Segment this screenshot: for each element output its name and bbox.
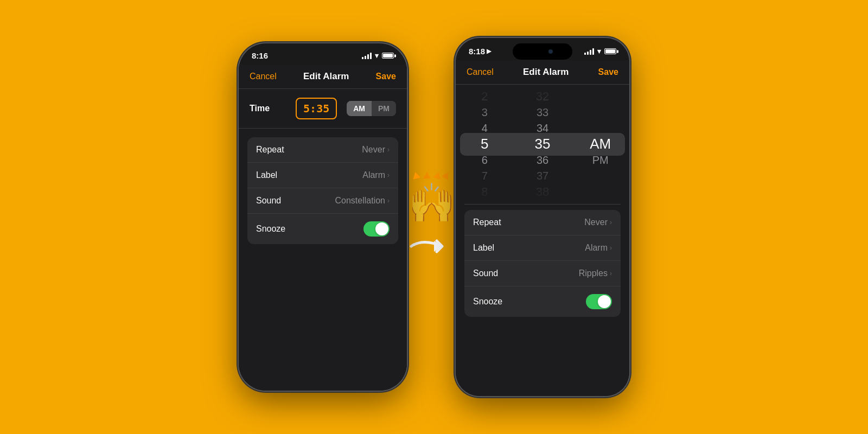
left-repeat-label: Repeat bbox=[256, 145, 284, 155]
left-time-label: Time bbox=[250, 104, 296, 113]
picker-period-column[interactable]: AM PM bbox=[571, 89, 629, 200]
picker-period-am[interactable]: AM bbox=[571, 136, 629, 152]
left-label-chevron: › bbox=[387, 171, 390, 179]
picker-min-32: 32 bbox=[514, 89, 572, 105]
left-label-value: Alarm › bbox=[362, 170, 390, 180]
right-cancel-button[interactable]: Cancel bbox=[467, 67, 494, 77]
emoji-hands: 🙌 bbox=[408, 184, 455, 222]
bar3 bbox=[367, 54, 369, 59]
picker-min-35[interactable]: 35 bbox=[514, 136, 572, 152]
right-label-chevron: › bbox=[610, 244, 612, 252]
right-settings-section: Repeat Never › Label Alarm › Sound Rippl… bbox=[464, 210, 621, 317]
left-sound-row[interactable]: Sound Constellation › bbox=[247, 188, 398, 214]
picker-hour-4: 4 bbox=[456, 120, 514, 136]
left-pm-button[interactable]: PM bbox=[372, 101, 396, 116]
right-sound-value: Ripples › bbox=[579, 269, 612, 278]
left-settings-section: Repeat Never › Label Alarm › Sound Const… bbox=[247, 137, 398, 244]
left-snooze-label: Snooze bbox=[256, 224, 285, 234]
r-bar3 bbox=[590, 50, 591, 55]
tri-right bbox=[433, 171, 443, 179]
right-battery-fill bbox=[605, 49, 615, 53]
time-scroll-picker[interactable]: 2 3 4 5 6 7 8 32 33 34 35 36 37 38 bbox=[456, 85, 629, 204]
arrow-container bbox=[407, 233, 456, 262]
left-am-button[interactable]: AM bbox=[347, 101, 372, 116]
picker-min-38: 38 bbox=[514, 184, 572, 200]
right-label-label: Label bbox=[473, 243, 494, 253]
picker-period-spacer5 bbox=[571, 184, 629, 200]
right-label-row[interactable]: Label Alarm › bbox=[464, 235, 621, 261]
left-snooze-row[interactable]: Snooze bbox=[247, 214, 398, 244]
right-separator bbox=[464, 204, 621, 205]
left-nav-title: Edit Alarm bbox=[303, 71, 349, 82]
picker-hour-3: 3 bbox=[456, 105, 514, 120]
picker-min-36: 36 bbox=[514, 152, 572, 168]
right-sound-value-text: Ripples bbox=[579, 269, 608, 278]
tri-center bbox=[423, 172, 431, 178]
left-sound-value: Constellation › bbox=[335, 196, 390, 206]
right-snooze-knob bbox=[598, 295, 611, 308]
right-status-time: 8:18 ▶ bbox=[469, 47, 491, 56]
left-nav-bar: Cancel Edit Alarm Save bbox=[239, 65, 407, 89]
right-screen: Cancel Edit Alarm Save 2 3 4 5 6 7 8 bbox=[456, 60, 629, 396]
left-snooze-knob bbox=[375, 222, 388, 235]
right-repeat-row[interactable]: Repeat Never › bbox=[464, 210, 621, 235]
left-repeat-chevron: › bbox=[387, 146, 390, 154]
r-bar1 bbox=[584, 53, 586, 55]
wifi-icon: ▾ bbox=[375, 52, 379, 60]
battery-icon bbox=[382, 53, 394, 59]
right-snooze-toggle[interactable] bbox=[586, 294, 612, 309]
left-label-row[interactable]: Label Alarm › bbox=[247, 163, 398, 188]
location-icon: ▶ bbox=[487, 48, 491, 55]
left-ampm-selector[interactable]: AM PM bbox=[347, 101, 396, 116]
picker-period-spacer2 bbox=[571, 105, 629, 120]
left-snooze-toggle[interactable] bbox=[363, 221, 390, 237]
picker-hour-8: 8 bbox=[456, 184, 514, 200]
right-nav-title: Edit Alarm bbox=[523, 67, 569, 78]
picker-hour-2: 2 bbox=[456, 89, 514, 105]
right-signal-icon bbox=[584, 48, 594, 55]
left-status-icons: ▾ bbox=[362, 52, 394, 60]
picker-period-spacer4 bbox=[571, 168, 629, 184]
right-battery-icon bbox=[604, 48, 616, 54]
picker-period-spacer1 bbox=[571, 89, 629, 105]
picker-hour-6: 6 bbox=[456, 152, 514, 168]
battery-fill bbox=[383, 54, 393, 58]
left-status-time: 8:16 bbox=[252, 51, 268, 60]
right-snooze-row[interactable]: Snooze bbox=[464, 286, 621, 317]
picker-hour-5[interactable]: 5 bbox=[456, 136, 514, 152]
left-save-button[interactable]: Save bbox=[376, 72, 396, 81]
left-sound-chevron: › bbox=[387, 197, 390, 205]
picker-min-37: 37 bbox=[514, 168, 572, 184]
picker-period-pm[interactable]: PM bbox=[571, 152, 629, 168]
signal-icon bbox=[362, 53, 372, 59]
middle-section: 🙌 bbox=[407, 172, 456, 262]
di-camera bbox=[548, 49, 553, 54]
right-nav-bar: Cancel Edit Alarm Save bbox=[456, 60, 629, 85]
bar1 bbox=[362, 57, 363, 59]
right-repeat-value: Never › bbox=[584, 218, 612, 227]
left-hand-emoji: 🙌 bbox=[408, 184, 455, 222]
left-repeat-row[interactable]: Repeat Never › bbox=[247, 137, 398, 163]
left-label-value-text: Alarm bbox=[362, 170, 385, 180]
right-save-button[interactable]: Save bbox=[598, 67, 618, 77]
right-sound-row[interactable]: Sound Ripples › bbox=[464, 261, 621, 286]
picker-min-33: 33 bbox=[514, 105, 572, 120]
left-repeat-value-text: Never bbox=[362, 145, 385, 155]
direction-arrow-icon bbox=[407, 233, 456, 260]
picker-min-34: 34 bbox=[514, 120, 572, 136]
right-sound-chevron: › bbox=[610, 270, 612, 277]
left-time-display[interactable]: 5:35 bbox=[296, 98, 337, 119]
right-repeat-value-text: Never bbox=[584, 218, 608, 227]
right-snooze-label: Snooze bbox=[473, 297, 502, 307]
right-phone: 8:18 ▶ ▾ Cancel Edit Alarm Save bbox=[456, 38, 629, 396]
picker-minutes-column[interactable]: 32 33 34 35 36 37 38 bbox=[514, 89, 572, 200]
picker-hours-column[interactable]: 2 3 4 5 6 7 8 bbox=[456, 89, 514, 200]
left-cancel-button[interactable]: Cancel bbox=[250, 72, 277, 81]
tri-left bbox=[412, 171, 421, 179]
right-wifi-icon: ▾ bbox=[597, 47, 601, 55]
time-picker-wrapper: 2 3 4 5 6 7 8 32 33 34 35 36 37 38 bbox=[456, 85, 629, 204]
right-time-text: 8:18 bbox=[469, 47, 485, 56]
picker-hour-7: 7 bbox=[456, 168, 514, 184]
r-bar2 bbox=[587, 52, 589, 55]
r-bar4 bbox=[592, 48, 594, 55]
